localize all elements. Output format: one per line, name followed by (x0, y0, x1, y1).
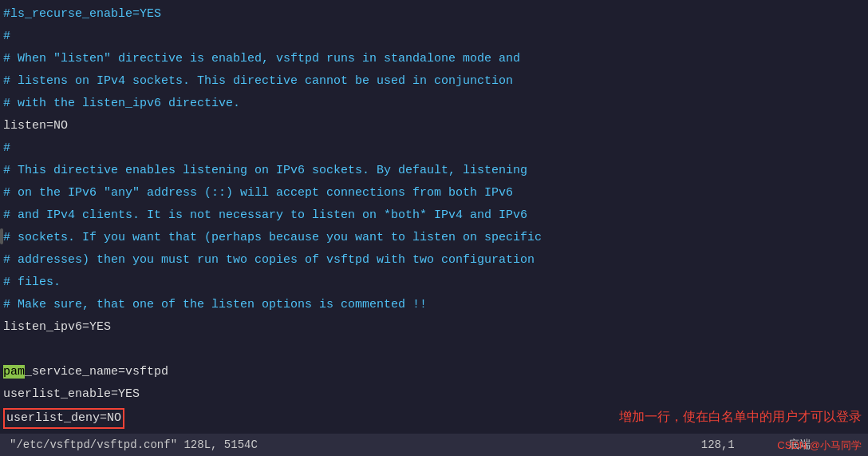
line-content: # listens on IPv4 sockets. This directiv… (3, 71, 862, 92)
line-content: # addresses) then you must run two copie… (3, 250, 862, 271)
line-2: # (0, 26, 868, 48)
line-16 (0, 339, 868, 361)
scrollbar[interactable] (0, 228, 3, 244)
line-10: # and IPv4 clients. It is not necessary … (0, 204, 868, 227)
status-file-info: "/etc/vsftpd/vsftpd.conf" 128L, 5154C (10, 438, 258, 451)
line-content: userlist_deny=NO (3, 408, 603, 429)
line-15: listen_ipv6=YES (0, 316, 868, 339)
line-7: # (0, 137, 868, 160)
line-9: # on the IPv6 "any" address (::) will ac… (0, 182, 868, 204)
line-content: # and IPv4 clients. It is not necessary … (3, 205, 862, 226)
pam-highlight: pam (3, 365, 25, 379)
status-bar: "/etc/vsftpd/vsftpd.conf" 128L, 5154C 12… (0, 434, 868, 456)
line-content: listen=NO (3, 116, 862, 137)
line-content: listen_ipv6=YES (3, 317, 862, 338)
line-13: # files. (0, 272, 868, 294)
line-content: # When "listen" directive is enabled, vs… (3, 49, 862, 69)
csdn-watermark: CSDN @小马同学 (777, 438, 862, 453)
line-1: #ls_recurse_enable=YES (0, 3, 868, 26)
line-content: # (3, 26, 862, 47)
line-12: # addresses) then you must run two copie… (0, 249, 868, 272)
line-19: userlist_deny=NO 增加一行，使在白名单中的用户才可以登录 (0, 406, 868, 430)
annotation-text: 增加一行，使在白名单中的用户才可以登录 (619, 406, 862, 427)
line-content: # (3, 138, 862, 159)
line-content: # Make sure, that one of the listen opti… (3, 295, 862, 315)
line-content: userlist_enable=YES (3, 384, 862, 405)
line-8: # This directive enables listening on IP… (0, 160, 868, 182)
line-17: pam_service_name=vsftpd (0, 361, 868, 383)
line-3: # When "listen" directive is enabled, vs… (0, 48, 868, 70)
line-content: # This directive enables listening on IP… (3, 161, 862, 181)
code-editor: #ls_recurse_enable=YES # # When "listen"… (0, 0, 868, 456)
line-content (3, 339, 862, 360)
line-14: # Make sure, that one of the listen opti… (0, 294, 868, 316)
line-content: # files. (3, 272, 862, 293)
deny-highlight-box: userlist_deny=NO (3, 408, 124, 429)
line-4: # listens on IPv4 sockets. This directiv… (0, 70, 868, 93)
line-content: # on the IPv6 "any" address (::) will ac… (3, 183, 862, 204)
line-content: # sockets. If you want that (perhaps bec… (3, 228, 862, 248)
line-18: userlist_enable=YES (0, 383, 868, 406)
line-6: listen=NO (0, 115, 868, 137)
line-content: #ls_recurse_enable=YES (3, 4, 862, 25)
line-content: # with the listen_ipv6 directive. (3, 93, 862, 114)
line-5: # with the listen_ipv6 directive. (0, 93, 868, 115)
line-11: # sockets. If you want that (perhaps bec… (0, 227, 868, 249)
line-content: pam_service_name=vsftpd (3, 362, 862, 383)
